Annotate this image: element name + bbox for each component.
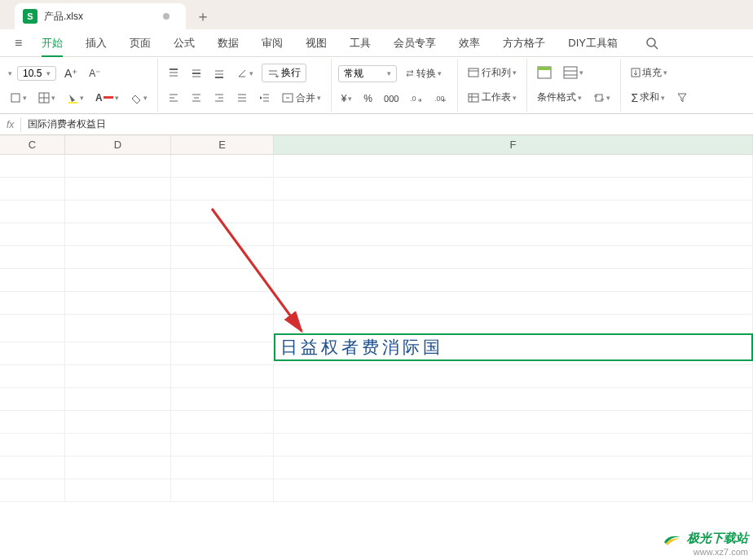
table-style-button[interactable] (534, 64, 555, 81)
rowscols-button[interactable]: 行和列▾ (465, 64, 520, 82)
merge-label: 合并 (296, 91, 315, 105)
ribbon-font-group: ▾ 10.5 ▾ A⁺ A⁻ ▾ ▾ ▾ A▾ ▾ (0, 59, 158, 112)
spreadsheet-grid[interactable]: C D E F 国际消费者权益日 (0, 135, 753, 560)
align-justify-button[interactable] (233, 90, 251, 105)
number-format-label: 常规 (344, 67, 363, 81)
decimal-inc-button[interactable]: .0 (407, 92, 426, 105)
svg-text:.0: .0 (410, 95, 416, 103)
col-header-f[interactable]: F (274, 135, 753, 154)
svg-rect-45 (564, 67, 577, 78)
search-icon[interactable] (637, 37, 667, 50)
watermark-title: 极光下载站 (687, 531, 748, 545)
wrap-text-button[interactable]: 换行 (262, 64, 306, 82)
fill-button[interactable]: 填充▾ (628, 64, 671, 82)
menu-member[interactable]: 会员专享 (382, 29, 447, 57)
menu-efficiency[interactable]: 效率 (447, 29, 491, 57)
cell-text: 国际消费者权益日 (280, 336, 443, 359)
selected-cell[interactable]: 国际消费者权益日 (274, 333, 753, 361)
column-headers: C D E F (0, 135, 753, 155)
sum-label: 求和 (640, 90, 659, 104)
borders-button[interactable]: ▾ (35, 90, 59, 105)
svg-line-17 (239, 70, 245, 77)
font-size-input[interactable]: 10.5 ▾ (17, 66, 56, 81)
formula-value[interactable]: 国际消费者权益日 (28, 117, 753, 131)
svg-rect-44 (538, 67, 551, 70)
file-tab[interactable]: S 产品.xlsx (15, 3, 186, 29)
merge-button[interactable]: 合并▾ (279, 90, 324, 107)
watermark: 极光下载站 www.xz7.com (663, 531, 748, 557)
menu-tools[interactable]: 工具 (338, 29, 382, 57)
svg-rect-40 (469, 94, 478, 102)
crop-button[interactable]: ▾ (590, 90, 614, 105)
svg-rect-38 (469, 68, 478, 77)
hamburger-icon[interactable]: ≡ (7, 36, 30, 51)
filter-button[interactable] (673, 90, 691, 105)
divider (20, 117, 21, 132)
sheet-badge: S (23, 9, 37, 24)
menu-ffgz[interactable]: 方方格子 (491, 29, 557, 57)
svg-rect-7 (103, 96, 113, 99)
ribbon-cells-group: 行和列▾ 工作表▾ (458, 59, 527, 112)
convert-label: 转换 (416, 67, 436, 81)
sum-button[interactable]: Σ 求和▾ (628, 89, 668, 106)
align-left-button[interactable] (165, 90, 183, 105)
menu-start[interactable]: 开始 (30, 29, 74, 57)
font-color-button[interactable]: A▾ (92, 90, 122, 105)
menu-diy[interactable]: DIY工具箱 (557, 29, 629, 57)
svg-rect-48 (596, 95, 602, 101)
menu-formula[interactable]: 公式 (162, 29, 206, 57)
cell-style-button[interactable]: ▾ (560, 64, 587, 81)
formula-bar: fx 国际消费者权益日 (0, 114, 753, 135)
align-middle-button[interactable] (187, 66, 205, 81)
comma-button[interactable]: 000 (381, 92, 402, 105)
fill-label: 填充 (642, 66, 662, 80)
new-tab-button[interactable]: ＋ (196, 7, 210, 26)
worksheet-label: 工作表 (482, 90, 511, 104)
font-grow-button[interactable]: A⁺ (61, 65, 81, 82)
clear-button[interactable]: ▾ (127, 90, 151, 105)
align-bottom-button[interactable] (210, 66, 228, 81)
fill-color-button[interactable]: ▾ (64, 90, 87, 105)
ribbon: ▾ 10.5 ▾ A⁺ A⁻ ▾ ▾ ▾ A▾ ▾ ▾ 换行 (0, 57, 753, 114)
align-right-button[interactable] (210, 90, 228, 105)
condfmt-label: 条件格式 (537, 90, 576, 104)
tab-title: 产品.xlsx (44, 10, 155, 24)
col-header-c[interactable]: C (0, 135, 65, 154)
menu-bar: ≡ 开始 插入 页面 公式 数据 审阅 视图 工具 会员专享 效率 方方格子 D… (0, 29, 753, 57)
convert-button[interactable]: 转换▾ (402, 65, 445, 82)
col-header-e[interactable]: E (171, 135, 274, 154)
condfmt-button[interactable]: 条件格式▾ (534, 89, 585, 106)
decimal-dec-button[interactable]: .00 (431, 92, 451, 105)
menu-data[interactable]: 数据 (206, 29, 250, 57)
number-format-select[interactable]: 常规 ▾ (338, 65, 397, 82)
menu-insert[interactable]: 插入 (74, 29, 118, 57)
font-shrink-button[interactable]: A⁻ (86, 66, 103, 81)
svg-text:.00: .00 (434, 95, 445, 103)
menu-view[interactable]: 视图 (294, 29, 338, 57)
indent-button[interactable] (256, 90, 274, 105)
menu-page[interactable]: 页面 (118, 29, 162, 57)
svg-point-0 (647, 38, 655, 46)
clear-format-button[interactable]: ▾ (7, 90, 30, 105)
worksheet-button[interactable]: 工作表▾ (465, 89, 520, 106)
grid-rows (0, 155, 753, 502)
watermark-url: www.xz7.com (663, 547, 748, 557)
align-top-button[interactable] (165, 66, 183, 81)
ribbon-editing-group: 填充▾ Σ 求和▾ (621, 59, 698, 112)
align-center-button[interactable] (187, 90, 205, 105)
watermark-logo-icon (663, 531, 682, 547)
font-dropdown-icon[interactable]: ▾ (8, 69, 12, 77)
currency-button[interactable]: ¥▾ (338, 91, 356, 106)
col-header-d[interactable]: D (65, 135, 171, 154)
orientation-button[interactable]: ▾ (233, 66, 257, 81)
ribbon-align-group: ▾ 换行 合并▾ (158, 59, 332, 112)
svg-rect-6 (68, 102, 77, 104)
svg-rect-2 (11, 94, 20, 102)
unsaved-dot-icon (163, 13, 170, 20)
percent-button[interactable]: % (360, 91, 376, 106)
ribbon-styles-group: ▾ 条件格式▾ ▾ (527, 59, 621, 112)
ribbon-number-group: 常规 ▾ 转换▾ ¥▾ % 000 .0 .00 (332, 59, 459, 112)
wrap-label: 换行 (281, 66, 301, 80)
fx-icon[interactable]: fx (0, 119, 20, 130)
menu-review[interactable]: 审阅 (250, 29, 294, 57)
